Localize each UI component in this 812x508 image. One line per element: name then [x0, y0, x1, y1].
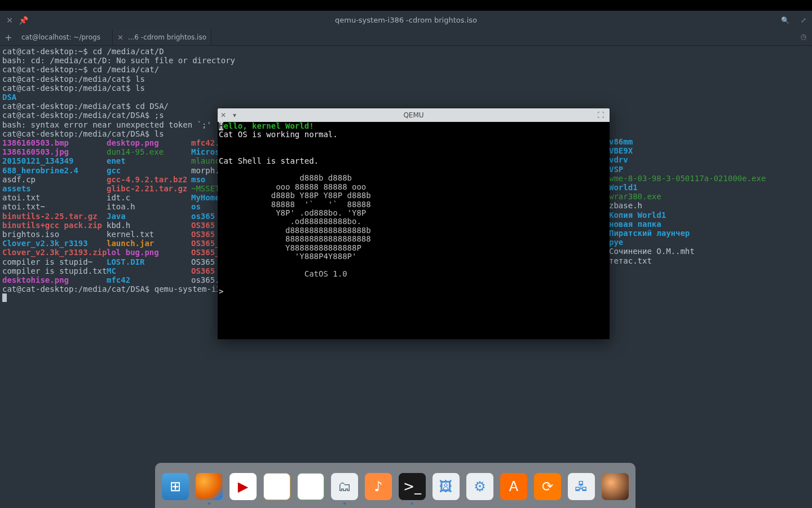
tab-label: cat@localhost: ~/progs [21, 33, 100, 41]
firefox-icon [196, 473, 223, 500]
new-tab-button[interactable]: + [0, 29, 17, 45]
pin-icon[interactable]: 📌 [19, 16, 27, 24]
youtube-icon: ▶ [230, 473, 257, 500]
dock-firefox[interactable] [196, 473, 223, 507]
qemu-output[interactable]: Hello, kernel World! Cat OS is working n… [218, 122, 610, 339]
tab-history-icon[interactable]: ◷ [801, 33, 806, 41]
dock-photos[interactable]: 🖼 [433, 473, 460, 507]
fullscreen-icon[interactable]: ⛶ [595, 111, 606, 119]
dock-updates[interactable]: ⟳ [534, 473, 561, 507]
dock: ⊞▶✉▦🗂♪>_🖼⚙A⟳🖧 [155, 463, 636, 508]
terminal-icon: >_ [399, 473, 426, 500]
tab-close-icon[interactable]: ✕ [117, 33, 123, 42]
dock-mail[interactable]: ✉ [263, 473, 290, 507]
dock-files[interactable]: 🗂 [331, 473, 358, 507]
dock-network[interactable]: 🖧 [568, 473, 595, 507]
files-icon: 🗂 [331, 473, 358, 500]
updates-icon: ⟳ [534, 473, 561, 500]
dock-terminal[interactable]: >_ [399, 473, 426, 507]
qemu-window: ✕ ▾ QEMU ⛶ Hello, kernel World! Cat OS i… [218, 108, 610, 339]
calendar-icon: ▦ [297, 473, 324, 500]
dock-youtube[interactable]: ▶ [230, 473, 257, 507]
settings-icon: ⚙ [466, 473, 493, 500]
close-icon[interactable]: ✕ [6, 16, 14, 24]
terminal-titlebar[interactable]: ✕ 📌 qemu-system-i386 -cdrom brightos.iso… [0, 11, 812, 29]
ls-right-column: v86mm VBE9X vdrv VSP wme-8-03-98-3-05011… [609, 137, 766, 265]
running-indicator [343, 502, 346, 505]
game-icon [602, 473, 629, 500]
terminal-tab-0[interactable]: cat@localhost: ~/progs [17, 29, 113, 45]
terminal-cursor [2, 294, 7, 302]
photos-icon: 🖼 [433, 473, 460, 500]
close-icon[interactable]: ✕ [218, 111, 229, 119]
qemu-titlebar[interactable]: ✕ ▾ QEMU ⛶ [218, 108, 610, 122]
qemu-title: QEMU [218, 111, 610, 119]
maximize-icon[interactable]: ⤢ [801, 16, 806, 24]
network-icon: 🖧 [568, 473, 595, 500]
dock-music[interactable]: ♪ [365, 473, 392, 507]
dock-settings[interactable]: ⚙ [466, 473, 493, 507]
dock-game[interactable] [602, 473, 629, 507]
minimize-icon[interactable]: ▾ [229, 111, 240, 119]
terminal-tabbar: + cat@localhost: ~/progs✕...6 -cdrom bri… [0, 29, 812, 46]
running-indicator [411, 502, 413, 505]
dock-calendar[interactable]: ▦ [297, 473, 324, 507]
top-black-bar [0, 0, 812, 11]
dock-apps-menu[interactable]: ⊞ [162, 473, 189, 507]
tab-label: ...6 -cdrom brightos.iso [128, 33, 206, 41]
software-center-icon: A [500, 473, 527, 500]
terminal-tab-1[interactable]: ✕...6 -cdrom brightos.iso [113, 29, 211, 45]
music-icon: ♪ [365, 473, 392, 500]
search-icon[interactable]: 🔍 [781, 16, 789, 24]
mail-icon: ✉ [263, 473, 290, 500]
running-indicator [208, 502, 210, 505]
terminal-title: qemu-system-i386 -cdrom brightos.iso [0, 16, 812, 24]
dock-software-center[interactable]: A [500, 473, 527, 507]
apps-menu-icon: ⊞ [162, 473, 189, 500]
